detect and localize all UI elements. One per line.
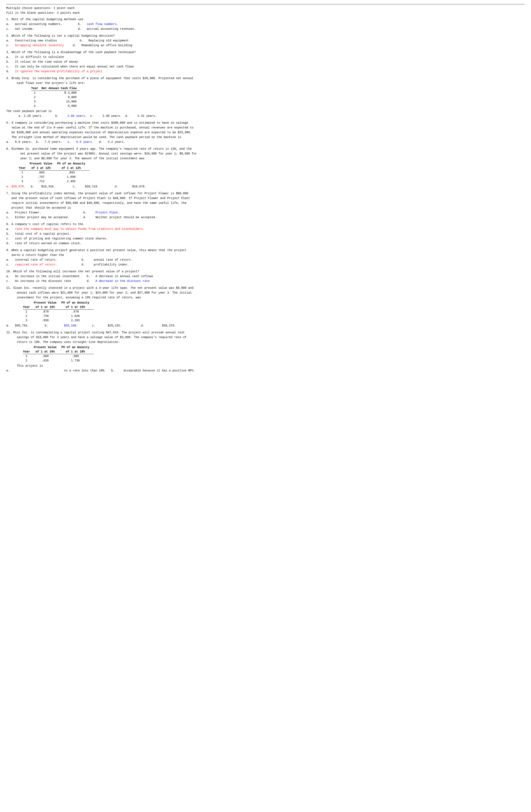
q1-c: c. net income. d. accrual accounting rev…: [6, 27, 525, 31]
q7-text3: require initial investments of $90,000 a…: [6, 201, 525, 205]
q6-r3-pv: .712: [29, 179, 56, 184]
q9-a: a. internal rate of return. b. annual ra…: [6, 258, 525, 262]
q4-b-answer: 2.60 years.: [68, 114, 87, 118]
q1-text: 1. Most of the capital budgeting methods…: [6, 17, 525, 21]
q12-r1-pv: .909: [33, 354, 60, 359]
q12-r2-pvann: 1.736: [60, 359, 94, 363]
q4-row4-year: 4: [31, 104, 42, 108]
q8-a-answer: rate the company must pay to obtain fund…: [15, 227, 144, 231]
q2-c: c. Scrapping obsolete inventory d. Remod…: [6, 43, 525, 48]
q8-a: a. rate the company must pay to obtain f…: [6, 227, 525, 231]
table-row: 1 .909 .909: [23, 354, 94, 359]
table-row: 2 8,000: [31, 95, 80, 100]
q12-th-pv2: of 1 at 10%: [33, 350, 60, 354]
header-line1: Multiple choice questions- 1 point each: [6, 6, 525, 11]
q4-row1-val: $ 3,000: [42, 91, 80, 95]
q8-text: 8. A company's cost of capital refers to…: [6, 222, 525, 227]
q5-choices: a. 8.0 years. b. 7.5 years. c. 6.5 years…: [6, 140, 525, 144]
q4-row1-year: 1: [31, 91, 42, 95]
q6-r2-y: 2: [19, 175, 29, 179]
q2-text: 2. Which of the following is not a capit…: [6, 34, 525, 38]
q4-choices: a. 2.29 years. b. 2.60 years. c. 2.40 ye…: [6, 114, 525, 118]
q7-text4: project that should be accepted is: [6, 206, 525, 210]
q11-r1-y: 1: [23, 309, 33, 314]
q3-b: b. It relies on the time value of money: [6, 60, 525, 64]
q7-a: a. Project Flower. b. Project Plant.: [6, 211, 525, 215]
question-1: 1. Most of the capital budgeting methods…: [6, 17, 525, 31]
question-11: 11. Sloan Inc. recently invested in a pr…: [6, 286, 525, 328]
table-row: 2 .756 1.626: [23, 314, 94, 318]
q2-a: a. Constructing new studios b. Replacing…: [6, 39, 525, 43]
q4-th-year: Year: [31, 86, 42, 91]
q8-d: d. rate of return earned on common stock…: [6, 241, 525, 246]
q4-table: Year Net Annual Cash Flow 1 $ 3,000 2 8,…: [31, 86, 80, 108]
question-6: 6. Richman Co. purchased some equipment …: [6, 147, 525, 189]
q6-th-pv: Present Value: [29, 162, 56, 166]
q5-text4: The straight-line method of depreciation…: [6, 135, 525, 140]
q4-text: 4. Brady Corp. is considering the purcha…: [6, 76, 525, 81]
q11-th-pv: Present Value: [33, 301, 60, 305]
q11-r3-pv: .658: [33, 318, 60, 323]
q6-r1-y: 1: [19, 171, 29, 175]
q2-c-answer: Scrapping obsolete inventory: [15, 44, 64, 47]
q10-text: 10. Which of the following will increase…: [6, 270, 525, 274]
q7-text2: and the present value of cash inflows of…: [6, 196, 525, 201]
q8-c: c. cost of printing and registering comm…: [6, 236, 525, 241]
q12-table: Present Value PV of an Annuity Year of 1…: [23, 345, 94, 363]
q11-r1-pvann: .870: [60, 309, 94, 314]
q6-text: 6. Richman Co. purchased some equipment …: [6, 147, 525, 151]
q11-r3-pvann: 2.283: [60, 318, 94, 323]
q9-text2: earns a return higher than the: [6, 253, 525, 257]
q6-table: Present Value PV of an Annuity Year of 1…: [19, 162, 89, 184]
table-row: 2 .826 1.736: [23, 359, 94, 363]
q3-d: d. It ignores the expected profitability…: [6, 69, 525, 74]
q5-text2: value at the end of its 8-year useful li…: [6, 126, 525, 130]
q6-th-pvann2: of 1 at 12%: [56, 166, 89, 171]
q12-payback: This project is: [6, 364, 525, 368]
q11-th-year2: Year: [23, 305, 33, 309]
q12-text3: return is 10%. The company uses straight…: [6, 340, 525, 344]
q7-text: 7. Using the profitability index method,…: [6, 191, 525, 196]
q6-choices: a. $20,478. b. $18,316. c. $20,116. d. $…: [6, 185, 525, 189]
q12-r2-y: 2: [23, 359, 33, 363]
q10-d-answer: A decrease in the discount rate: [95, 279, 149, 283]
q11-r2-pv: .756: [33, 314, 60, 318]
q12-th-pvann2: of 1 at 10%: [60, 350, 94, 354]
q6-th-pv2: of 1 at 12%: [29, 166, 56, 171]
q12-th-year: [23, 345, 33, 350]
question-10: 10. Which of the following will increase…: [6, 270, 525, 284]
q6-th-year2: Year: [19, 166, 29, 171]
q5-c-answer: 6.5 years.: [76, 140, 94, 144]
top-divider: [6, 4, 525, 4]
table-row: 1 $ 3,000: [31, 91, 80, 95]
question-2: 2. Which of the following is not a capit…: [6, 34, 525, 48]
q6-th-pvann: PV of an Annuity: [56, 162, 89, 166]
q12-r1-y: 1: [23, 354, 33, 359]
q12-text2: savings of $18,000 for 3 years and have …: [6, 335, 525, 339]
q4-row2-val: 8,000: [42, 95, 80, 100]
q9-c: c. required rate of return. d. profitabi…: [6, 263, 525, 267]
q5-text: 5. A company is considering purchasing a…: [6, 121, 525, 125]
table-row: 1 .893 .893: [19, 171, 89, 175]
q12-th-pvann: PV of an Annuity: [60, 345, 94, 350]
q6-a-answer: a. $20,478.: [6, 185, 25, 188]
question-9: 9. When a capital budgeting project gene…: [6, 248, 525, 267]
header-section: Multiple choice questions- 1 point each …: [6, 6, 525, 15]
q6-text2: net present value of the project was $(9…: [6, 151, 525, 156]
q1-b-answer: cash flow numbers.: [87, 23, 118, 26]
table-row: 2 .797 1.690: [19, 175, 89, 179]
q6-th-year: [19, 162, 29, 166]
q12-text: 12. Mini Inc. is contemplating a capital…: [6, 330, 525, 335]
q10-a: a. An increase in the initial investment…: [6, 274, 525, 279]
q11-r2-y: 2: [23, 314, 33, 318]
question-5: 5. A company is considering purchasing a…: [6, 121, 525, 144]
q4-payback: The cash payback period is: [6, 109, 525, 114]
q11-r2-pvann: 1.626: [60, 314, 94, 318]
question-12: 12. Mini Inc. is contemplating a capital…: [6, 330, 525, 373]
q5-text3: be $100,000 and annual operating expense…: [6, 130, 525, 135]
q11-th-year: [23, 301, 33, 305]
q3-text: 3. Which of the following is a disadvant…: [6, 50, 525, 55]
table-row: 1 .870 .870: [23, 309, 94, 314]
header-line2: Fill in the blank questions- 2 points ea…: [6, 11, 525, 15]
q6-r1-pvann: .893: [56, 171, 89, 175]
